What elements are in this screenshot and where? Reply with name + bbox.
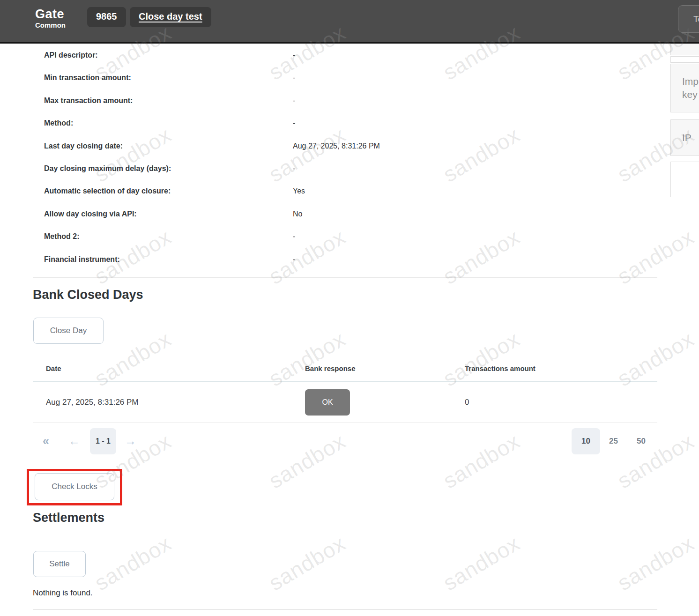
pagination-prev-button[interactable]: ← (68, 428, 80, 454)
right-strip-item-label: Imp key (671, 75, 699, 101)
detail-label: Day closing maximum delay (days): (44, 164, 171, 173)
page-size-50-button[interactable]: 50 (637, 428, 646, 454)
sandbox-watermark: sandbox (264, 20, 350, 44)
right-strip-item-label: IP (671, 131, 699, 144)
right-strip-item-import-keys[interactable]: Imp key (670, 64, 699, 112)
sandbox-watermark: sandbox (439, 530, 524, 595)
detail-label: Method: (44, 119, 73, 127)
detail-row: API descriptor: - (44, 45, 653, 68)
detail-value: No (293, 210, 302, 218)
detail-label: Method 2: (44, 232, 80, 241)
brand-title: Gate (35, 7, 66, 21)
brand-subtitle: Common (35, 21, 66, 29)
sandbox-watermark: sandbox (90, 530, 176, 595)
detail-label: API descriptor: (44, 51, 98, 59)
detail-row: Last day closing date: Aug 27, 2025, 8:3… (44, 136, 653, 159)
detail-row: Automatic selection of day closure: Yes (44, 181, 653, 204)
right-strip-item-ip[interactable]: IP (670, 119, 699, 156)
detail-row: Method 2: - (44, 227, 653, 249)
right-strip-item-cutoff-3[interactable] (670, 162, 699, 197)
page-size-25-button[interactable]: 25 (609, 428, 618, 454)
detail-row: Financial instrument: - (44, 250, 653, 272)
detail-value: Aug 27, 2025, 8:31:26 PM (293, 142, 380, 150)
detail-row: Day closing maximum delay (days): - (44, 159, 653, 181)
detail-label: Last day closing date: (44, 142, 123, 150)
header-action-button-cutoff[interactable]: To (678, 5, 699, 33)
header-bar: sandboxsandboxsandboxsandbox Gate Common… (0, 0, 699, 44)
detail-label: Allow day closing via API: (44, 210, 137, 218)
column-header-date: Date (46, 364, 61, 372)
settle-button[interactable]: Settle (33, 551, 86, 577)
detail-label: Max transaction amount: (44, 96, 133, 105)
detail-value: - (293, 164, 295, 173)
detail-row: Max transaction amount: - (44, 91, 653, 113)
detail-row: Method: - (44, 113, 653, 136)
sandbox-watermark: sandbox (613, 428, 699, 493)
detail-value: - (293, 255, 295, 264)
detail-value: - (293, 119, 295, 127)
right-strip-item-cutoff-1[interactable] (670, 44, 699, 55)
bottom-divider (33, 609, 657, 610)
settlements-title: Settlements (33, 511, 104, 525)
page-size-10-button[interactable]: 10 (572, 428, 600, 454)
page: sandboxsandboxsandboxsandbox Gate Common… (0, 0, 699, 616)
right-strip-item-cutoff-2[interactable] (670, 56, 699, 63)
table-cell-date: Aug 27, 2025, 8:31:26 PM (46, 398, 139, 407)
check-locks-button[interactable]: Check Locks (35, 473, 114, 500)
pagination-first-button[interactable]: « (43, 428, 49, 454)
gate-id-badge: 9865 (87, 7, 126, 27)
detail-label: Automatic selection of day closure: (44, 187, 171, 195)
sandbox-watermark: sandbox (264, 428, 350, 493)
sandbox-watermark: sandbox (264, 530, 350, 595)
column-header-transactions-amount: Transactions amount (465, 364, 535, 372)
detail-value: - (293, 74, 295, 82)
detail-label: Min transaction amount: (44, 74, 131, 82)
brand: Gate Common (35, 7, 66, 29)
detail-row: Min transaction amount: - (44, 68, 653, 90)
gate-name-link[interactable]: Close day test (130, 7, 211, 27)
gate-details-list: API descriptor: - Min transaction amount… (44, 45, 653, 272)
detail-row: Allow day closing via API: No (44, 204, 653, 227)
bank-closed-days-title: Bank Closed Days (33, 288, 143, 302)
bank-response-ok-button[interactable]: OK (305, 389, 350, 416)
settlements-empty-text: Nothing is found. (33, 588, 93, 598)
detail-value: Yes (293, 187, 305, 195)
sandbox-watermark: sandbox (613, 530, 699, 595)
column-header-bank-response: Bank response (305, 364, 356, 372)
sandbox-watermark: sandbox (439, 428, 524, 493)
detail-value: - (293, 232, 295, 241)
close-day-button[interactable]: Close Day (33, 318, 104, 344)
detail-label: Financial instrument: (44, 255, 120, 264)
sandbox-watermark: sandbox (439, 20, 524, 44)
table-header-divider (33, 381, 657, 382)
section-divider (33, 277, 657, 278)
table-row-divider (33, 423, 657, 423)
table-cell-transactions-amount: 0 (465, 398, 469, 407)
pagination-next-button[interactable]: → (125, 428, 136, 454)
pagination-range: 1 - 1 (90, 428, 116, 454)
detail-value: - (293, 51, 295, 59)
detail-value: - (293, 96, 295, 105)
